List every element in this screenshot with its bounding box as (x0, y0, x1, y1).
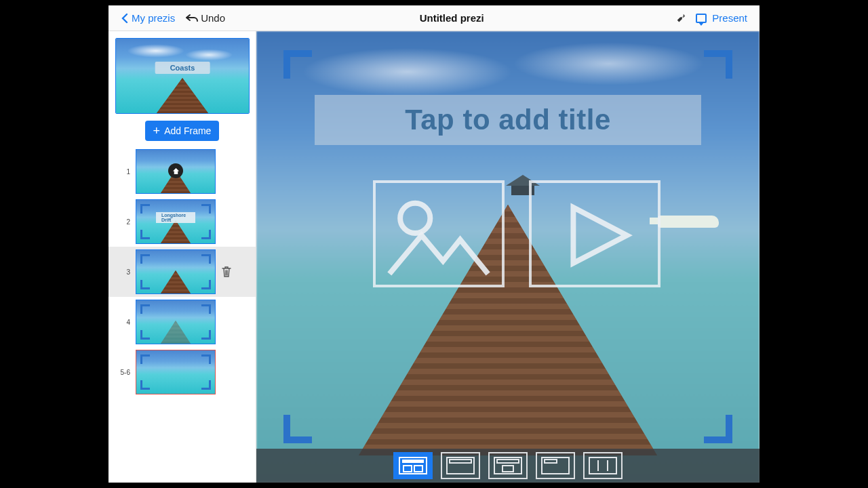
present-icon (696, 14, 707, 23)
app-header: My prezis Undo Untitled prezi Present (108, 5, 760, 31)
title-placeholder[interactable]: Tap to add title (315, 95, 701, 145)
svg-rect-7 (450, 460, 471, 463)
layout-option-4[interactable] (536, 452, 575, 479)
layout-icon (540, 456, 570, 475)
svg-rect-12 (545, 460, 557, 463)
layout-icon (493, 456, 523, 475)
svg-rect-10 (502, 466, 513, 472)
present-label: Present (712, 12, 747, 24)
frame-number: 3 (118, 268, 130, 276)
svg-rect-4 (403, 466, 412, 472)
frame-number: 4 (118, 319, 130, 326)
wrench-icon (675, 12, 688, 24)
frame-thumbnail[interactable] (136, 300, 216, 344)
title-placeholder-text: Tap to add title (405, 104, 611, 136)
layout-option-2[interactable] (441, 452, 480, 479)
frame-row[interactable]: 3 (108, 247, 256, 297)
frame-title: Longshore Drift (156, 212, 195, 223)
svg-rect-3 (402, 460, 424, 463)
settings-button[interactable] (673, 9, 690, 27)
layout-option-1[interactable] (393, 452, 433, 479)
frame-thumbnail[interactable] (136, 249, 216, 294)
overview-thumbnail[interactable]: Coasts (115, 38, 250, 114)
layout-icon (398, 456, 428, 475)
svg-rect-5 (414, 466, 422, 472)
layout-option-3[interactable] (488, 452, 528, 479)
svg-rect-13 (589, 458, 616, 474)
present-button[interactable]: Present (690, 9, 753, 26)
frame-row[interactable]: 4 (108, 297, 256, 347)
back-button[interactable]: My prezis (115, 9, 180, 26)
chevron-left-icon (121, 13, 129, 24)
layout-icon (588, 456, 618, 475)
frame-list: 1 2 Longshore Drift 3 (108, 146, 256, 483)
editor-canvas[interactable]: Tap to add title (256, 31, 760, 483)
svg-point-0 (400, 203, 430, 233)
image-icon (385, 192, 492, 278)
undo-label: Undo (201, 12, 225, 24)
frame-number: 2 (118, 218, 130, 226)
frame-number: 1 (118, 168, 130, 176)
plus-icon: + (153, 126, 161, 136)
frame-thumbnail[interactable]: Longshore Drift (136, 199, 216, 244)
layout-option-5[interactable] (583, 452, 623, 479)
add-frame-button[interactable]: + Add Frame (145, 121, 220, 141)
frames-sidebar: Coasts + Add Frame 1 2 (108, 31, 256, 483)
add-frame-label: Add Frame (164, 125, 211, 136)
image-placeholder[interactable] (373, 180, 505, 287)
frame-row[interactable]: 5-6 (108, 347, 256, 397)
svg-rect-9 (497, 460, 519, 463)
svg-marker-1 (573, 207, 627, 263)
delete-frame-button[interactable] (221, 266, 232, 278)
undo-button[interactable]: Undo (180, 9, 231, 26)
frame-row[interactable]: 2 Longshore Drift (108, 197, 256, 247)
home-icon (168, 163, 183, 178)
undo-icon (186, 14, 198, 23)
layout-toolbar (256, 449, 760, 483)
frame-thumbnail[interactable] (136, 149, 216, 194)
layout-icon (446, 456, 475, 475)
frame-thumbnail[interactable] (136, 350, 216, 394)
frame-number: 5-6 (118, 369, 130, 376)
back-label: My prezis (132, 12, 175, 24)
play-icon (541, 192, 648, 278)
document-title: Untitled prezi (231, 12, 673, 24)
video-placeholder[interactable] (529, 180, 660, 287)
trash-icon (221, 266, 232, 278)
frame-row[interactable]: 1 (108, 146, 256, 197)
overview-title: Coasts (155, 62, 210, 74)
